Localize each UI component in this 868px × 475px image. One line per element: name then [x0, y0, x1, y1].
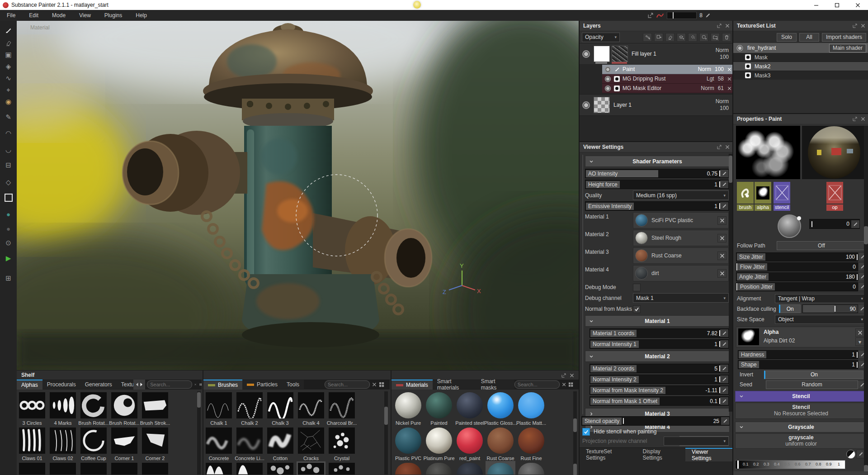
shelf-item[interactable] [457, 463, 483, 475]
tab-brushes[interactable]: Brushes [203, 380, 242, 390]
grayscale-section[interactable]: Grayscale [735, 422, 867, 432]
symmetry-arc-icon[interactable]: ◠ [0, 128, 17, 139]
menu-plugins[interactable]: Plugins [98, 10, 129, 21]
shelf-item[interactable] [111, 463, 137, 475]
shelf-item[interactable] [457, 428, 483, 454]
shelf-item[interactable] [206, 463, 232, 475]
materials-view-grid-icon[interactable] [568, 382, 573, 387]
shelf-item[interactable] [80, 463, 107, 475]
material-picker-icon[interactable]: ◉ [0, 96, 17, 108]
shelf-close-icon[interactable] [570, 373, 574, 378]
layer-name[interactable]: Layer 1 [613, 102, 632, 108]
shelf-item[interactable] [298, 428, 324, 454]
material-remove-icon[interactable] [717, 234, 726, 242]
blend-mode-dropdown[interactable]: Opacity▾ [582, 33, 620, 42]
effect-delete-icon[interactable] [727, 86, 731, 90]
properties-scrollbar[interactable] [864, 126, 868, 474]
layer-blend-mode[interactable]: Norm [716, 47, 729, 54]
effect-delete-icon[interactable] [727, 67, 731, 71]
grayscale-resource-box[interactable]: grayscale uniform color [735, 433, 867, 449]
shelf-item[interactable] [142, 463, 168, 475]
effect-blend[interactable]: Norm [698, 66, 711, 72]
brushes-scrollbar[interactable] [384, 391, 388, 475]
follow-path-toggle[interactable]: Off [777, 241, 866, 250]
shelf-item[interactable] [236, 392, 263, 418]
shelf-item[interactable] [80, 428, 107, 454]
edit-pencil-icon[interactable] [720, 202, 728, 210]
invert-gradient-icon[interactable] [846, 450, 855, 459]
alphas-scrollbar[interactable] [197, 391, 201, 475]
shelf-item[interactable] [236, 428, 263, 454]
shelf-popup-icon[interactable] [561, 373, 566, 378]
shelf-item[interactable] [426, 463, 452, 475]
layer-visibility-icon[interactable] [582, 50, 590, 58]
edit-pencil-icon[interactable] [720, 365, 728, 372]
layer-blend-mode[interactable]: Norm [716, 98, 729, 105]
stroke-size-slider[interactable] [667, 12, 697, 19]
brushes-search-clear-icon[interactable] [372, 382, 377, 387]
height-force-row[interactable]: Height force 1 [585, 180, 729, 189]
lazy-mouse-icon[interactable] [648, 13, 653, 18]
environment-preview[interactable] [802, 126, 866, 179]
alphas-search-clear-icon[interactable] [194, 382, 196, 387]
menu-edit[interactable]: Edit [22, 10, 45, 21]
projection-preview-dropdown[interactable]: ▾ [664, 437, 729, 446]
shelf-item[interactable] [518, 392, 544, 418]
layer-mask-thumbnail[interactable] [594, 46, 610, 62]
material-remove-icon[interactable] [717, 252, 726, 260]
hide-stencil-checkbox[interactable] [582, 428, 590, 436]
edit-pencil-icon[interactable] [720, 329, 728, 337]
effect-blend[interactable]: Lgt [707, 76, 714, 82]
effect-blend[interactable]: Norm [701, 85, 714, 91]
shelf-item[interactable] [142, 392, 168, 418]
alpha-expand-icon[interactable]: ▾ [855, 337, 864, 346]
tab-scroll-left-icon[interactable] [135, 382, 139, 387]
tab-smart-masks[interactable]: Smart masks [476, 380, 514, 389]
stroke-edit-pencil-icon[interactable] [705, 13, 711, 18]
shelf-item[interactable] [487, 392, 514, 418]
layer-opacity[interactable]: 100 [716, 54, 729, 61]
normal-from-mask-1-offset-row[interactable]: Normal from Mask 1 Offset 0.1 [590, 396, 729, 406]
delete-layer-icon[interactable] [722, 33, 731, 42]
edit-pencil-icon[interactable] [720, 375, 728, 383]
clone-tool-icon[interactable]: ⌖ [0, 84, 17, 96]
textureset-popup-icon[interactable] [853, 24, 857, 28]
post-effects-icon[interactable]: ⊟ [0, 159, 17, 171]
shelf-item-selected[interactable] [298, 463, 324, 475]
all-button[interactable]: All [799, 33, 819, 42]
menu-help[interactable]: Help [129, 10, 154, 21]
normal-from-masks-checkbox[interactable] [633, 305, 641, 313]
edit-pencil-icon[interactable] [851, 220, 859, 228]
normal-intensity-1-row[interactable]: Normal Intensity 1 1 [590, 339, 729, 349]
menu-file[interactable]: File [0, 10, 22, 21]
alphas-search-input[interactable] [147, 380, 192, 389]
layer-row-layer-1[interactable]: Layer 1 Norm 100 [580, 94, 733, 116]
edit-pencil-icon[interactable] [720, 340, 728, 348]
material-remove-icon[interactable] [717, 269, 726, 278]
add-fill-layer-icon[interactable] [654, 33, 663, 42]
shelf-item[interactable] [395, 392, 421, 418]
material-2-section[interactable]: Material 2 [585, 351, 730, 362]
add-folder-icon[interactable] [711, 33, 720, 42]
shader-parameters-section[interactable]: Shader Parameters [585, 156, 730, 167]
alphas-view-grid-icon[interactable] [199, 382, 202, 387]
edit-pencil-icon[interactable] [720, 180, 728, 188]
shelf-item[interactable] [80, 392, 107, 418]
shelf-item[interactable] [487, 428, 514, 454]
lazy-rope-icon[interactable]: ◡ [0, 144, 17, 156]
layer-opacity[interactable]: 100 [716, 105, 729, 112]
channel-row-mask3[interactable]: Mask3 [733, 71, 868, 80]
textureset-row-fire-hydrant[interactable]: fire_hydrant Main shader [733, 43, 868, 53]
shelf-item[interactable] [518, 428, 544, 454]
material-2-selector[interactable]: Steel Rough [633, 230, 729, 246]
material-1-selector[interactable]: SciFi PVC plastic [633, 212, 729, 228]
material-slot-button[interactable] [826, 182, 843, 204]
shelf-item[interactable] [298, 392, 324, 418]
emissive-intensity-row[interactable]: Emissive Intensity 1 [585, 201, 729, 211]
stencil-resource-box[interactable]: Stencil No Resource Selected [735, 403, 867, 419]
angle-value-row[interactable]: 0 [809, 219, 860, 229]
add-mask-icon[interactable] [699, 33, 708, 42]
layer-visibility-icon[interactable] [582, 101, 590, 109]
shelf-item[interactable] [267, 463, 293, 475]
material2-coords-row[interactable]: Material 2 coords 5 [590, 364, 729, 373]
